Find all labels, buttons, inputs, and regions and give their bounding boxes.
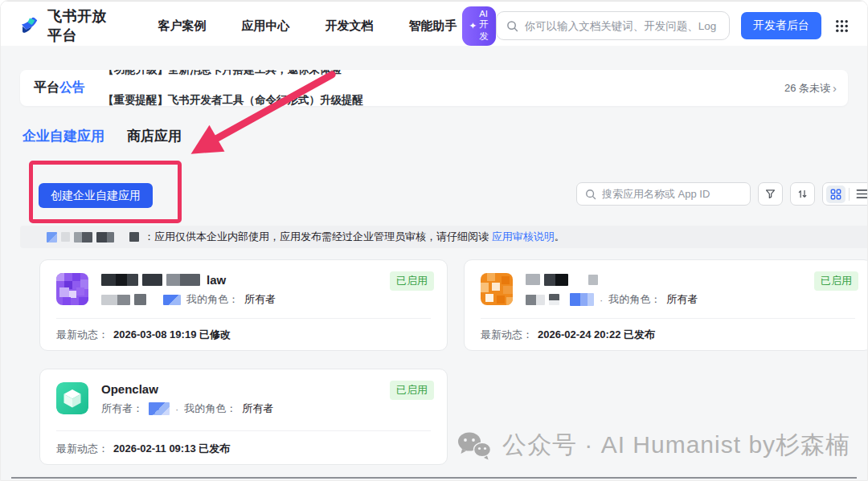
activity-value: 2026-02-24 20:22 已发布 — [538, 328, 655, 342]
app-icon-orange-mosaic — [481, 273, 513, 305]
activity-label: 最新动态： — [56, 442, 108, 456]
activity-label: 最新动态： — [56, 328, 108, 342]
page-body: 平台公告 【功能升级】全新消息卡片搭建工具，邀你来体验 【重要提醒】飞书开发者工… — [1, 46, 867, 480]
sort-icon — [796, 188, 809, 200]
app-icon-cube — [56, 382, 88, 414]
status-badge: 已启用 — [814, 271, 858, 291]
tab-self-built-apps[interactable]: 企业自建应用 — [23, 127, 104, 145]
search-icon — [506, 20, 518, 32]
nav-ai-assistant[interactable]: 智能助手 ✦ AI 开发 — [409, 6, 496, 46]
activity-value: 2026-02-11 09:13 已发布 — [113, 442, 230, 456]
tab-store-apps[interactable]: 商店应用 — [127, 127, 182, 145]
global-search-input[interactable] — [525, 20, 719, 32]
feishu-open-platform-window: 飞书开放平台 客户案例 应用中心 开发文档 智能助手 ✦ AI 开发 开发者后台 — [0, 0, 868, 481]
role-value: 所有者 — [244, 292, 276, 307]
app-icon-purple-mosaic — [56, 273, 88, 305]
owner-label: 所有者： — [101, 402, 143, 416]
window-bottom-edge — [11, 477, 857, 479]
list-view-button[interactable] — [853, 185, 868, 203]
announcement-title: 平台公告 — [20, 79, 85, 96]
app-card[interactable]: law 我的角色：所有者 已启用 最新动态： 2026-03-08 19:19 … — [39, 259, 448, 351]
brand-title: 飞书开放平台 — [47, 6, 113, 45]
internal-use-notice: ：应用仅供本企业内部使用，应用发布需经过企业管理员审核，请仔细阅读 应用审核说明… — [20, 226, 867, 248]
redacted-text — [526, 293, 594, 306]
grid-view-button[interactable] — [826, 185, 845, 203]
toggle-divider — [849, 188, 850, 201]
card-divider — [56, 318, 431, 319]
list-view-icon — [856, 189, 868, 199]
role-label: 我的角色： — [608, 292, 661, 307]
notice-text: ：应用仅供本企业内部使用，应用发布需经过企业管理员审核，请仔细阅读 应用审核说明… — [144, 230, 565, 244]
dot-separator: · — [175, 403, 178, 415]
sort-button[interactable] — [790, 182, 815, 206]
card-divider — [56, 430, 431, 431]
funnel-icon — [764, 188, 776, 200]
redacted-text — [47, 232, 139, 243]
redacted-text — [101, 294, 181, 305]
role-label: 我的角色： — [186, 292, 239, 307]
chevron-right-icon: › — [833, 82, 837, 94]
nav-ai-assistant-label: 智能助手 — [409, 18, 457, 34]
ai-dev-badge: ✦ AI 开发 — [462, 6, 496, 46]
app-card[interactable]: · 我的角色：所有者 已启用 最新动态： 2026-02-24 20:22 已发… — [464, 259, 868, 351]
role-value: 所有者 — [242, 402, 273, 416]
grid-view-icon — [830, 189, 841, 200]
wechat-icon — [456, 430, 493, 461]
unread-announcements-link[interactable]: 26 条未读 › — [784, 81, 848, 96]
dot-separator: · — [600, 294, 603, 306]
sparkle-icon: ✦ — [469, 20, 477, 31]
app-title: law — [207, 273, 226, 287]
app-search-input[interactable] — [602, 188, 743, 200]
activity-value: 2026-03-08 19:19 已修改 — [113, 328, 231, 342]
developer-console-button[interactable]: 开发者后台 — [741, 12, 821, 39]
announcement-item[interactable]: 【重要提醒】飞书开发者工具（命令行形式）升级提醒 — [103, 93, 363, 106]
global-search-box[interactable] — [496, 11, 730, 40]
redacted-text — [101, 274, 200, 286]
announcement-item[interactable]: 【功能升级】全新消息卡片搭建工具，邀你来体验 — [103, 70, 342, 77]
brand-logo[interactable]: 飞书开放平台 — [18, 6, 113, 45]
status-badge: 已启用 — [390, 381, 434, 400]
app-card[interactable]: Openclaw 所有者： · 我的角色：所有者 已启用 最新动态： 2026-… — [39, 369, 448, 465]
create-self-built-app-button[interactable]: 创建企业自建应用 — [39, 183, 153, 208]
nav-app-center[interactable]: 应用中心 — [242, 18, 290, 34]
nav-customer-cases[interactable]: 客户案例 — [158, 18, 207, 34]
filter-button[interactable] — [758, 182, 783, 206]
app-title: Openclaw — [101, 382, 158, 396]
activity-label: 最新动态： — [481, 328, 533, 342]
nav-dev-docs[interactable]: 开发文档 — [326, 18, 374, 34]
card-divider — [481, 318, 855, 319]
search-icon — [585, 189, 596, 200]
app-search-box[interactable] — [576, 182, 751, 206]
feishu-logo-icon — [18, 14, 41, 37]
role-value: 所有者 — [666, 292, 698, 307]
redacted-text — [149, 402, 170, 415]
view-mode-toggle — [822, 182, 868, 206]
platform-announcement-bar: 平台公告 【功能升级】全新消息卡片搭建工具，邀你来体验 【重要提醒】飞书开发者工… — [20, 70, 848, 106]
window-top-edge — [1, 1, 867, 2]
app-type-tabs: 企业自建应用 商店应用 — [23, 127, 182, 145]
waffle-menu-icon[interactable] — [834, 18, 850, 34]
status-badge: 已启用 — [390, 271, 434, 291]
role-label: 我的角色： — [184, 402, 236, 416]
top-navbar: 飞书开放平台 客户案例 应用中心 开发文档 智能助手 ✦ AI 开发 开发者后台 — [1, 6, 867, 46]
announcement-ticker: 【功能升级】全新消息卡片搭建工具，邀你来体验 【重要提醒】飞书开发者工具（命令行… — [103, 70, 784, 106]
watermark: 公众号 · AI Humanist by杉森楠 — [456, 429, 850, 462]
main-nav: 客户案例 应用中心 开发文档 智能助手 ✦ AI 开发 — [158, 6, 496, 46]
redacted-text — [526, 274, 598, 286]
watermark-text: 公众号 · AI Humanist by杉森楠 — [502, 429, 850, 462]
app-review-guide-link[interactable]: 应用审核说明 — [492, 230, 555, 243]
